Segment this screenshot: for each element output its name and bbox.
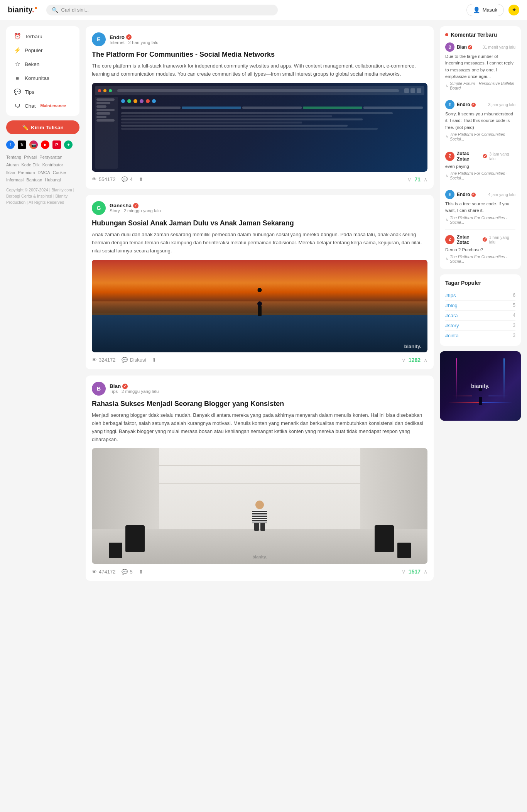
post-3-image: bianity.	[92, 448, 427, 564]
search-icon: 🔍	[52, 7, 58, 13]
tag-tips-link[interactable]: #tips	[445, 293, 456, 298]
pinterest-icon[interactable]: P	[52, 140, 61, 149]
comments-widget-title: Komentar Terbaru	[445, 32, 515, 38]
post-3-title[interactable]: Rahasia Sukses Menjadi Seorang Blogger y…	[92, 399, 427, 408]
post-2-comments[interactable]: 💬 Diskusi	[122, 357, 146, 363]
footer-link-privasi[interactable]: Privasi	[24, 155, 37, 159]
greenicon[interactable]: ✦	[64, 140, 73, 149]
post-1-comments[interactable]: 💬 4	[122, 176, 132, 182]
post-3-comments[interactable]: 💬 5	[122, 569, 132, 575]
post-1-verified-icon	[126, 34, 132, 40]
logo[interactable]: bianity.	[8, 5, 37, 14]
post-1-downvote[interactable]: ∨	[407, 176, 411, 183]
footer-link-informasi[interactable]: Informasi	[6, 178, 24, 182]
footer-link-persyaratan[interactable]: Persyaratan	[39, 155, 62, 159]
post-3-author: Bian	[110, 383, 427, 389]
footer-link-hubungi[interactable]: Hubungi	[45, 178, 61, 182]
post-3-avatar: B	[92, 382, 106, 396]
login-button[interactable]: 👤 Masuk	[466, 4, 504, 16]
theme-toggle-button[interactable]: ✦	[508, 5, 519, 15]
share-icon: ⬆	[139, 176, 143, 182]
post-2-verified-icon	[133, 203, 139, 208]
sidebar-item-tips[interactable]: 💬 Tips	[8, 85, 78, 99]
post-2-share[interactable]: ⬆	[152, 357, 156, 363]
tips-icon: 💬	[14, 88, 21, 95]
comment-2-verified	[471, 103, 476, 107]
comment-1-verified	[468, 45, 472, 49]
comment-icon: 💬	[122, 176, 128, 182]
share-icon-2: ⬆	[152, 357, 156, 363]
footer-link-premium[interactable]: Premium	[18, 170, 35, 175]
tag-item-blog: #blog 5	[445, 301, 515, 311]
comment-4-verified	[471, 193, 476, 197]
search-input[interactable]	[61, 7, 272, 13]
tag-list: #tips 6 #blog 5 #cara 4 #story 3 #cinta	[445, 291, 515, 340]
comment-5-post-link[interactable]: ↳ The Platform For Communities - Social.…	[445, 254, 515, 264]
post-card-1: E Endro Internet 2 hari yang lalu The Pl…	[86, 26, 434, 189]
post-1-views[interactable]: 👁 554172	[92, 176, 115, 182]
comment-icon-2: 💬	[122, 357, 128, 363]
post-3-downvote[interactable]: ∨	[402, 568, 405, 575]
right-sidebar: Komentar Terbaru B Bian 31 menit yang la…	[440, 26, 521, 587]
user-icon: 👤	[473, 7, 480, 14]
comment-4-text: This is a free source code. If you want,…	[445, 201, 515, 214]
comment-2-header: E Endro 3 jam yang lalu	[445, 100, 515, 109]
post-1-share[interactable]: ⬆	[139, 176, 143, 182]
comments-widget: Komentar Terbaru B Bian 31 menit yang la…	[440, 26, 521, 269]
footer-copyright: Copyright © 2007-2024 | Bianity.com | Be…	[6, 187, 79, 205]
comment-4-post-link[interactable]: ↳ The Platform For Communities - Social.…	[445, 215, 515, 225]
footer-link-cookie[interactable]: Cookie	[53, 170, 66, 175]
tag-cara-link[interactable]: #cara	[445, 313, 458, 318]
footer-link-bantuan[interactable]: Bantuan	[26, 178, 42, 182]
twitter-icon[interactable]: 𝕏	[18, 140, 26, 149]
sidebar-item-komunitas[interactable]: ≡ Komunitas	[8, 71, 78, 85]
youtube-icon[interactable]: ▶	[41, 140, 49, 149]
post-3-category: Tips 2 minggu yang lalu	[110, 389, 427, 394]
chat-maintenance-badge: Maintenance	[41, 103, 66, 108]
footer-link-tentang[interactable]: Tentang	[6, 155, 21, 159]
reply-arrow-3: ↳	[445, 174, 448, 178]
clock-icon: ⏰	[14, 33, 21, 40]
comment-4-author: Endro	[457, 192, 476, 197]
post-1-upvote[interactable]: ∧	[424, 176, 427, 183]
comment-3-text: even paying	[445, 163, 515, 170]
post-2-footer: 👁 324172 💬 Diskusi ⬆ ∨ 1282 ∧	[92, 357, 427, 363]
facebook-icon[interactable]: f	[6, 140, 15, 149]
post-2-title[interactable]: Hubungan Sosial Anak Jaman Dulu vs Anak …	[92, 219, 427, 228]
comment-4-time: 4 jam yang lalu	[488, 192, 515, 197]
sidebar-item-beken[interactable]: ☆ Beken	[8, 57, 78, 71]
footer-link-dmca[interactable]: DMCA	[37, 170, 50, 175]
post-2-views[interactable]: 👁 324172	[92, 357, 115, 363]
sidebar-item-terbaru[interactable]: ⏰ Terbaru	[8, 29, 78, 43]
footer-link-aturan[interactable]: Aturan	[6, 162, 19, 167]
tag-blog-link[interactable]: #blog	[445, 303, 458, 308]
comment-item-5: Z Zotac Zotac 1 hari yang lalu Demo ? Pu…	[445, 234, 515, 264]
post-2-upvote[interactable]: ∧	[424, 357, 427, 363]
tags-widget-title: Tagar Populer	[445, 280, 515, 286]
post-2-downvote[interactable]: ∨	[402, 357, 405, 363]
tag-cinta-link[interactable]: #cinta	[445, 333, 459, 338]
search-bar: 🔍	[46, 5, 278, 15]
instagram-icon[interactable]: 📷	[29, 140, 38, 149]
footer-link-kodeetik[interactable]: Kode Etik	[21, 162, 39, 167]
footer-link-iklan[interactable]: Iklan	[6, 170, 15, 175]
post-1-title[interactable]: The Platform For Communities - Social Me…	[92, 50, 427, 59]
comment-2-post-link[interactable]: ↳ The Platform For Communities - Social.…	[445, 132, 515, 141]
post-3-share[interactable]: ⬆	[139, 569, 143, 575]
sidebar-item-chat[interactable]: 🗨 Chat Maintenance	[8, 99, 78, 113]
post-3-views[interactable]: 👁 474172	[92, 569, 115, 575]
sidebar-item-populer[interactable]: ⚡ Populer	[8, 43, 78, 57]
banner-figure-body	[479, 397, 482, 405]
comment-3-avatar: Z	[445, 152, 454, 161]
banner-widget[interactable]: bianity.	[440, 351, 521, 421]
post-card-2: G Ganesha Story 2 minggu yang lalu Hubun…	[86, 195, 434, 369]
footer-link-kontributor[interactable]: Kontributor	[42, 162, 63, 167]
comment-1-post-link[interactable]: ↳ Simple Forum - Responsive Bulletin Boa…	[445, 81, 515, 90]
reply-arrow-4: ↳	[445, 218, 448, 222]
tag-story-link[interactable]: #story	[445, 323, 459, 328]
post-3-upvote[interactable]: ∧	[424, 568, 427, 575]
kirim-tulisan-button[interactable]: ✏️ Kirim Tulisan	[6, 120, 79, 134]
comment-item-4: E Endro 4 jam yang lalu This is a free s…	[445, 190, 515, 230]
post-3-vote-count: 1517	[409, 568, 421, 575]
comment-3-post-link[interactable]: ↳ The Platform For Communities - Social.…	[445, 171, 515, 180]
